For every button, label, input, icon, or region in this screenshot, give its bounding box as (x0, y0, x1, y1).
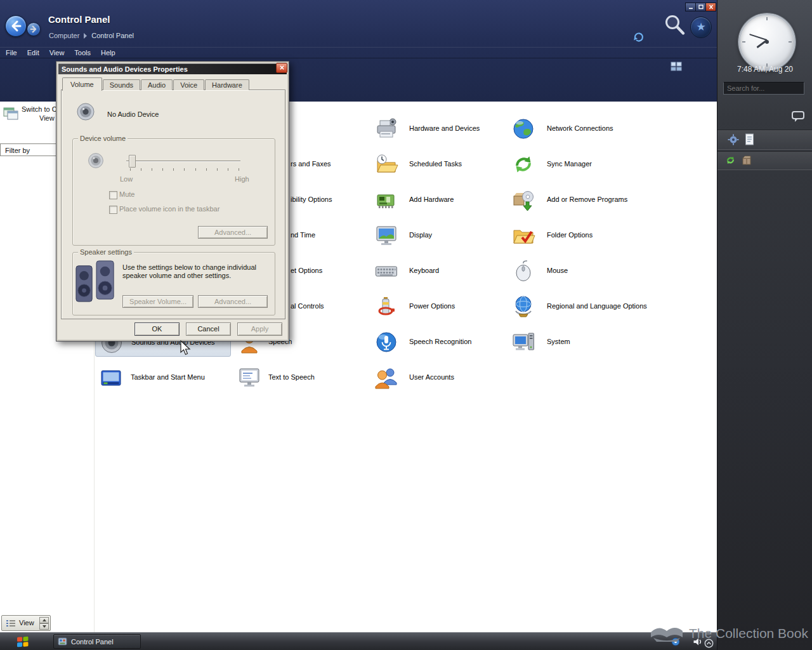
control-panel-item-hardware-and-devices[interactable]: Hardware and Devices (370, 114, 506, 143)
control-panel-item-user-accounts[interactable]: User Accounts (370, 363, 506, 392)
control-panel-item-label: Display (409, 231, 432, 239)
desktop-sidebar: 7:48 AM, Aug 20 (717, 0, 812, 650)
page-title: Control Panel (48, 14, 110, 25)
chevron-up-icon (43, 619, 46, 621)
place-volume-icon-checkbox[interactable] (109, 206, 117, 214)
sync-arrows-icon (511, 152, 535, 176)
breadcrumb-control-panel[interactable]: Control Panel (91, 32, 134, 39)
power-plug-icon (374, 295, 398, 319)
control-panel-item-sync-manager[interactable]: Sync Manager (508, 150, 643, 179)
tab-hardware[interactable]: Hardware (205, 79, 249, 90)
computer-system-icon (511, 330, 535, 354)
menu-view[interactable]: View (49, 49, 65, 56)
clock-time-label: 7:48 AM, Aug 20 (719, 65, 811, 74)
partially-hidden-item-label[interactable]: al Controls (291, 302, 324, 310)
software-box-cd-icon (511, 188, 535, 212)
control-panel-item-taskbar-and-start-menu[interactable]: Taskbar and Start Menu (95, 363, 231, 392)
ok-button[interactable]: OK (134, 322, 180, 336)
package-icon[interactable] (742, 156, 752, 165)
control-panel-task-icon (58, 637, 67, 646)
control-panel-item-network-connections[interactable]: Network Connections (508, 114, 643, 143)
taskbar-task-control-panel[interactable]: Control Panel (53, 634, 141, 649)
control-panel-item-display[interactable]: Display (370, 221, 506, 250)
apply-button[interactable]: Apply (237, 322, 282, 336)
volume-slider-thumb[interactable] (129, 155, 136, 168)
control-panel-item-mouse[interactable]: Mouse (508, 256, 643, 286)
note-page-icon[interactable] (745, 133, 754, 145)
control-panel-item-label: Folder Options (547, 231, 593, 239)
refresh-icon[interactable] (632, 30, 645, 43)
breadcrumb-computer[interactable]: Computer (49, 32, 79, 39)
printer-camera-icon (374, 117, 398, 141)
control-panel-item-text-to-speech[interactable]: Text to Speech (233, 363, 369, 392)
control-panel-item-power-options[interactable]: Power Options (370, 292, 506, 321)
speaker-settings-group-label: Speaker settings (78, 248, 134, 256)
partially-hidden-item-label[interactable]: et Options (291, 267, 322, 274)
place-volume-icon-label: Place volume icon in the taskbar (119, 205, 219, 213)
dialog-title: Sounds and Audio Devices Properties (58, 65, 188, 73)
volume-slider-track[interactable] (126, 161, 240, 162)
favorites-star-button[interactable]: ★ (690, 17, 712, 38)
mute-checkbox[interactable] (109, 191, 117, 199)
start-button[interactable] (16, 635, 29, 648)
control-panel-item-system[interactable]: System (508, 328, 643, 357)
partially-hidden-item-label[interactable]: nd Time (291, 231, 315, 239)
switch-view-link-line2[interactable]: View (39, 114, 55, 122)
control-panel-item-scheduled-tasks[interactable]: Scheduled Tasks (370, 150, 506, 179)
maximize-button[interactable] (695, 3, 706, 11)
control-panel-item-speech-recognition[interactable]: Speech Recognition (370, 328, 506, 357)
network-globe-icon (511, 117, 535, 141)
menu-file[interactable]: File (6, 49, 17, 56)
dialog-titlebar[interactable]: Sounds and Audio Devices Properties (58, 63, 287, 74)
device-volume-speaker-icon (87, 152, 105, 169)
control-panel-item-keyboard[interactable]: Keyboard (370, 256, 506, 286)
switch-view-icon (3, 104, 19, 121)
volume-slider-ticks (130, 168, 239, 171)
search-icon[interactable] (662, 13, 689, 39)
dialog-tab-strip: VolumeSoundsAudioVoiceHardware (62, 77, 250, 90)
menu-tools[interactable]: Tools (74, 49, 91, 56)
keyboard-icon (374, 259, 398, 283)
close-icon[interactable] (705, 3, 716, 11)
partially-hidden-item-label[interactable]: ibility Options (291, 196, 332, 203)
control-panel-item-regional-and-language-options[interactable]: Regional and Language Options (508, 292, 643, 321)
slider-low-label: Low (120, 175, 133, 183)
menu-help[interactable]: Help (101, 49, 115, 56)
taskbar: Control Panel (0, 632, 717, 650)
view-button[interactable]: View (1, 615, 51, 631)
views-icon[interactable] (670, 60, 683, 72)
control-panel-item-folder-options[interactable]: Folder Options (508, 221, 643, 250)
partially-hidden-item-label[interactable]: rs and Faxes (291, 160, 331, 168)
switch-view-link[interactable]: Switch to C (22, 105, 57, 113)
view-button-label: View (19, 619, 34, 627)
control-panel-item-add-hardware[interactable]: Add Hardware (370, 185, 506, 215)
minimize-button[interactable] (685, 3, 696, 11)
speaker-volume-button[interactable]: Speaker Volume... (122, 295, 193, 308)
device-advanced-button[interactable]: Advanced... (198, 226, 268, 239)
stereo-speakers-image (74, 260, 117, 304)
spinner-up-button[interactable] (39, 617, 49, 623)
back-button[interactable] (5, 15, 27, 37)
mouse-cursor (180, 340, 193, 355)
folder-check-icon (511, 223, 535, 248)
sidebar-search-input[interactable] (723, 82, 804, 95)
dialog-close-button[interactable] (276, 63, 287, 73)
control-panel-item-label: Speech Recognition (409, 338, 471, 345)
sync-arrows-small-icon[interactable] (725, 155, 736, 166)
watermark-text: The Collection Book (689, 626, 808, 641)
tab-voice[interactable]: Voice (173, 79, 204, 90)
collection-book-logo-icon (647, 618, 686, 644)
tab-sounds[interactable]: Sounds (103, 79, 140, 90)
chat-bubble-icon[interactable] (791, 110, 805, 123)
control-panel-item-add-or-remove-programs[interactable]: Add or Remove Programs (508, 185, 643, 215)
cancel-button[interactable]: Cancel (186, 322, 231, 336)
tab-audio[interactable]: Audio (141, 79, 173, 90)
spinner-down-button[interactable] (39, 623, 49, 630)
control-panel-item-label: Add Hardware (409, 196, 454, 203)
control-panel-item-label: Sync Manager (547, 160, 592, 168)
menu-edit[interactable]: Edit (27, 49, 39, 56)
gear-icon[interactable] (728, 134, 739, 145)
forward-button[interactable] (27, 22, 41, 36)
speaker-advanced-button[interactable]: Advanced... (198, 295, 268, 308)
tab-volume[interactable]: Volume (62, 77, 102, 91)
